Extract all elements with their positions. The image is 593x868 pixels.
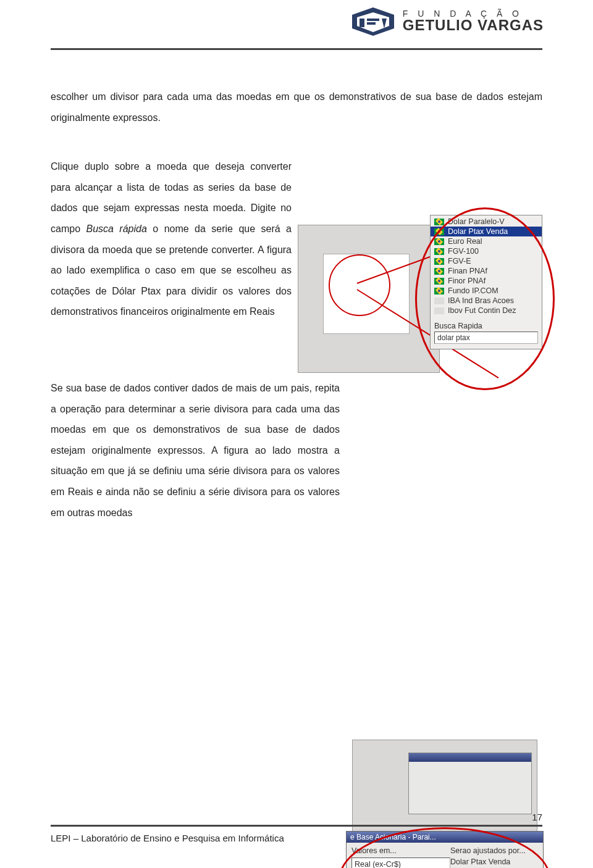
list-item-label: Finor PNAf bbox=[448, 277, 486, 285]
page-header: F U N D A Ç Ã O GETULIO VARGAS bbox=[0, 0, 593, 53]
page-footer: 17 LEPI – Laboratório de Ensino e Pesqui… bbox=[51, 812, 542, 843]
list-item[interactable]: Finan PNAf bbox=[431, 266, 542, 276]
flag-icon bbox=[434, 248, 444, 255]
list-item[interactable]: Real (ex-Cr$) bbox=[355, 859, 447, 868]
flag-icon bbox=[434, 298, 444, 304]
paragraph-2-italic: Busca rápida bbox=[86, 223, 146, 234]
column-1-label: Valores em... bbox=[351, 846, 450, 855]
list-item[interactable]: IBA Ind Bras Acoes bbox=[431, 296, 542, 306]
figure-1-series-list[interactable]: Dolar Paralelo-V Dolar Ptax Venda Euro R… bbox=[431, 215, 542, 317]
list-item-label: Fundo IP.COM bbox=[448, 286, 498, 295]
figure-1-series-panel: Dolar Paralelo-V Dolar Ptax Venda Euro R… bbox=[430, 215, 542, 349]
list-item[interactable]: Euro Real bbox=[431, 236, 542, 246]
fgv-logo-mark-icon bbox=[351, 5, 397, 37]
paragraph-3: Se sua base de dados contiver dados de m… bbox=[51, 378, 340, 523]
adjusted-by-value: Dolar Ptax Venda bbox=[450, 858, 538, 866]
paragraph-1: escolher um divisor para cada uma das mo… bbox=[51, 86, 542, 128]
list-item[interactable]: Finor PNAf bbox=[431, 276, 542, 286]
figure-2-inner-window bbox=[408, 753, 532, 814]
list-item-label: Dolar Ptax Venda bbox=[448, 227, 508, 236]
list-item-label: FGV-100 bbox=[448, 247, 479, 256]
flag-icon bbox=[434, 307, 444, 314]
values-in-list[interactable]: Real (ex-Cr$) Dollar US Peso Argentina M… bbox=[351, 858, 450, 868]
list-item[interactable]: Dolar Paralelo-V bbox=[431, 217, 542, 227]
page-number: 17 bbox=[51, 812, 542, 822]
figure-1: Dolar Paralelo-V Dolar Ptax Venda Euro R… bbox=[298, 215, 542, 383]
flag-icon bbox=[434, 268, 444, 275]
flag-icon bbox=[434, 278, 444, 285]
fgv-logo: F U N D A Ç Ã O GETULIO VARGAS bbox=[351, 5, 544, 37]
flag-icon bbox=[434, 228, 444, 235]
figure-2: e Base Acionaria - Parai... Valores em..… bbox=[346, 737, 544, 868]
list-item-label: Euro Real bbox=[448, 237, 482, 246]
flag-icon bbox=[434, 238, 444, 245]
column-2-label: Serao ajustados por... bbox=[450, 846, 538, 855]
svg-rect-2 bbox=[367, 22, 376, 25]
list-item[interactable]: Ibov Fut Contin Dez bbox=[431, 306, 542, 315]
search-label: Busca Rapida bbox=[431, 317, 542, 332]
svg-rect-0 bbox=[360, 19, 364, 27]
list-item[interactable]: Fundo IP.COM bbox=[431, 286, 542, 296]
list-item-label: Ibov Fut Contin Dez bbox=[448, 306, 516, 315]
paragraph-2: Clique duplo sobre a moeda que deseja co… bbox=[51, 156, 292, 322]
list-item-label: Dolar Paralelo-V bbox=[448, 217, 505, 226]
list-item-label: FGV-E bbox=[448, 257, 471, 265]
list-item-selected[interactable]: Dolar Ptax Venda bbox=[431, 227, 542, 236]
footer-text: LEPI – Laboratório de Ensino e Pesquisa … bbox=[51, 833, 542, 843]
svg-rect-1 bbox=[367, 19, 379, 21]
flag-icon bbox=[434, 258, 444, 265]
list-item[interactable]: FGV-100 bbox=[431, 246, 542, 256]
header-divider bbox=[51, 48, 542, 50]
paragraph-2-run2: o nome da serie que será a divisora da m… bbox=[51, 223, 292, 317]
footer-divider bbox=[51, 825, 542, 827]
flag-icon bbox=[434, 219, 444, 225]
flag-icon bbox=[434, 288, 444, 294]
list-item[interactable]: FGV-E bbox=[431, 256, 542, 266]
logo-text-line2: GETULIO VARGAS bbox=[403, 18, 544, 33]
search-input[interactable]: dolar ptax bbox=[434, 332, 538, 344]
list-item-label: IBA Ind Bras Acoes bbox=[448, 296, 514, 305]
list-item-label: Finan PNAf bbox=[448, 267, 487, 275]
figure-1-small-highlight-circle bbox=[329, 254, 390, 316]
